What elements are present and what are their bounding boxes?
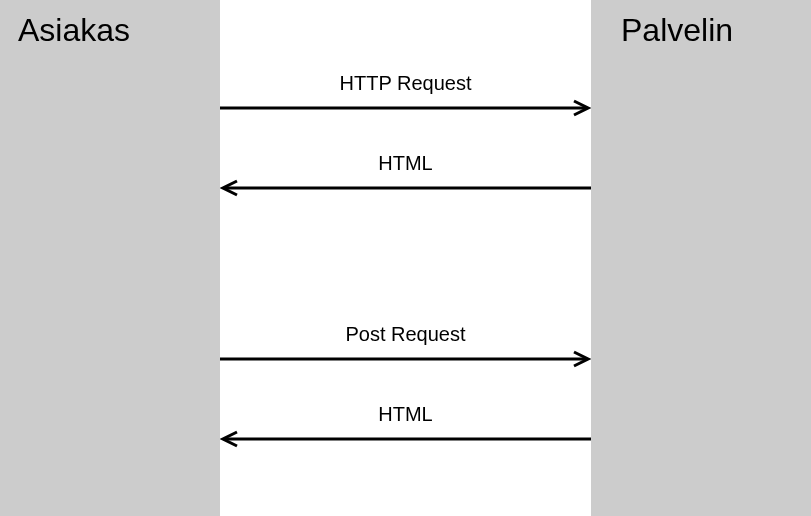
participant-client-label: Asiakas: [0, 0, 220, 61]
message-http-request: HTTP Request: [220, 72, 591, 117]
message-label: HTML: [220, 403, 591, 426]
arrow-left-icon: [220, 179, 591, 197]
message-label: Post Request: [220, 323, 591, 346]
message-html-response-1: HTML: [220, 152, 591, 197]
participant-server: Palvelin: [591, 0, 811, 516]
message-label: HTML: [220, 152, 591, 175]
message-post-request: Post Request: [220, 323, 591, 368]
arrow-right-icon: [220, 350, 591, 368]
participant-client: Asiakas: [0, 0, 220, 516]
arrow-right-icon: [220, 99, 591, 117]
message-html-response-2: HTML: [220, 403, 591, 448]
message-label: HTTP Request: [220, 72, 591, 95]
participant-server-label: Palvelin: [591, 0, 811, 61]
arrow-left-icon: [220, 430, 591, 448]
